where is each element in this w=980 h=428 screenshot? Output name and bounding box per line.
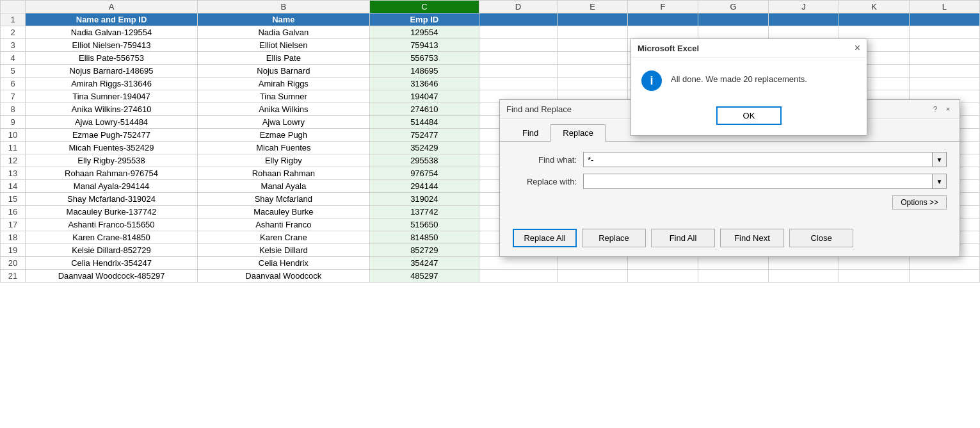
cell-c-13[interactable]: 976754 [369,167,479,180]
cell-b-12[interactable]: Elly Rigby [197,154,369,167]
cell-a-21[interactable]: Daanvaal Woodcock-485297 [26,270,198,283]
cell-a-9[interactable]: Ajwa Lowry-514484 [26,116,198,129]
cell-a-19[interactable]: Kelsie Dillard-852729 [26,244,198,257]
cell-l-2[interactable] [909,26,979,39]
col-header-a[interactable]: A [26,1,198,13]
cell-c-20[interactable]: 354247 [369,257,479,270]
cell-b-11[interactable]: Micah Fuentes [197,142,369,154]
cell-c-12[interactable]: 295538 [369,154,479,167]
cell-b-17[interactable]: Ashanti Franco [197,218,369,231]
cell-e-5[interactable] [558,65,628,78]
cell-c-17[interactable]: 515650 [369,218,479,231]
cell-e-20[interactable] [558,257,628,270]
cell-b-4[interactable]: Ellis Pate [197,52,369,65]
cell-b-3[interactable]: Elliot Nielsen [197,39,369,52]
cell-a-11[interactable]: Micah Fuentes-352429 [26,142,198,154]
dialog-question-btn[interactable]: ? [930,104,940,114]
col-header-b[interactable]: B [197,1,369,13]
cell-c-11[interactable]: 352429 [369,142,479,154]
find-what-input[interactable] [583,152,933,167]
col-header-l[interactable]: L [909,1,979,13]
cell-d-6[interactable] [479,78,557,90]
cell-g-20[interactable] [698,257,769,270]
cell-k-20[interactable] [839,257,909,270]
cell-b-13[interactable]: Rohaan Rahman [197,167,369,180]
tab-find[interactable]: Find [510,124,550,142]
cell-c-7[interactable]: 194047 [369,90,479,103]
cell-b-21[interactable]: Daanvaal Woodcock [197,270,369,283]
col-header-g[interactable]: G [698,1,769,13]
cell-a-17[interactable]: Ashanti Franco-515650 [26,218,198,231]
cell-l-21[interactable] [909,270,979,283]
cell-a-20[interactable]: Celia Hendrix-354247 [26,257,198,270]
cell-e-3[interactable] [558,39,628,52]
cell-b-15[interactable]: Shay Mcfarland [197,193,369,206]
cell-c-2[interactable]: 129554 [369,26,479,39]
cell-c-21[interactable]: 485297 [369,270,479,283]
cell-j-21[interactable] [768,270,839,283]
options-button[interactable]: Options >> [892,195,947,210]
col-header-c[interactable]: C [369,1,479,13]
cell-c-6[interactable]: 313646 [369,78,479,90]
cell-b-8[interactable]: Anika Wilkins [197,103,369,116]
cell-l-20[interactable] [909,257,979,270]
replace-button[interactable]: Replace [582,229,646,247]
cell-f-21[interactable] [628,270,698,283]
cell-j-2[interactable] [768,26,839,39]
cell-g-21[interactable] [698,270,769,283]
cell-e-6[interactable] [558,78,628,90]
find-what-dropdown[interactable]: ▼ [933,152,947,167]
cell-a-14[interactable]: Manal Ayala-294144 [26,180,198,193]
cell-e-2[interactable] [558,26,628,39]
cell-d-5[interactable] [479,65,557,78]
cell-d-20[interactable] [479,257,557,270]
cell-b-19[interactable]: Kelsie Dillard [197,244,369,257]
replace-with-input[interactable] [583,174,933,189]
find-all-button[interactable]: Find All [651,229,715,247]
cell-g-2[interactable] [698,26,769,39]
cell-a-18[interactable]: Karen Crane-814850 [26,231,198,244]
cell-a-12[interactable]: Elly Rigby-295538 [26,154,198,167]
cell-a-8[interactable]: Anika Wilkins-274610 [26,103,198,116]
cell-c-16[interactable]: 137742 [369,206,479,218]
cell-a-6[interactable]: Amirah Riggs-313646 [26,78,198,90]
cell-d-3[interactable] [479,39,557,52]
cell-a-3[interactable]: Elliot Nielsen-759413 [26,39,198,52]
close-button[interactable]: Close [789,229,853,247]
cell-c-4[interactable]: 556753 [369,52,479,65]
cell-a-4[interactable]: Ellis Pate-556753 [26,52,198,65]
cell-k-2[interactable] [839,26,909,39]
col-header-j[interactable]: J [768,1,839,13]
col-header-f[interactable]: F [628,1,698,13]
cell-a-5[interactable]: Nojus Barnard-148695 [26,65,198,78]
cell-b-10[interactable]: Ezmae Pugh [197,129,369,142]
cell-f-20[interactable] [628,257,698,270]
replace-with-dropdown[interactable]: ▼ [933,174,947,189]
msgbox-close-icon[interactable]: × [855,43,860,53]
cell-b-9[interactable]: Ajwa Lowry [197,116,369,129]
cell-c-15[interactable]: 319024 [369,193,479,206]
cell-a-16[interactable]: Macauley Burke-137742 [26,206,198,218]
cell-c-5[interactable]: 148695 [369,65,479,78]
cell-b-2[interactable]: Nadia Galvan [197,26,369,39]
cell-l-3[interactable] [909,39,979,52]
replace-all-button[interactable]: Replace All [513,229,577,247]
col-header-d[interactable]: D [479,1,557,13]
cell-b-7[interactable]: Tina Sumner [197,90,369,103]
cell-a-15[interactable]: Shay Mcfarland-319024 [26,193,198,206]
cell-d-4[interactable] [479,52,557,65]
cell-c-9[interactable]: 514484 [369,116,479,129]
cell-c-3[interactable]: 759413 [369,39,479,52]
ok-button[interactable]: OK [716,106,782,125]
cell-l-5[interactable] [909,65,979,78]
cell-j-20[interactable] [768,257,839,270]
dialog-close-icon[interactable]: × [943,104,953,114]
cell-c-18[interactable]: 814850 [369,231,479,244]
cell-b-16[interactable]: Macauley Burke [197,206,369,218]
cell-a-7[interactable]: Tina Sumner-194047 [26,90,198,103]
cell-d-2[interactable] [479,26,557,39]
cell-c-19[interactable]: 852729 [369,244,479,257]
col-header-e[interactable]: E [558,1,628,13]
tab-replace[interactable]: Replace [550,124,606,142]
find-next-button[interactable]: Find Next [720,229,784,247]
